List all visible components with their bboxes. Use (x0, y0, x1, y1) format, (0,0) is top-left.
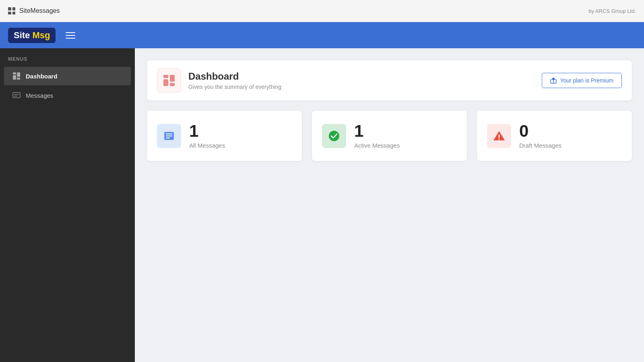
hamburger-line-2 (66, 35, 75, 36)
sidebar-dashboard-label: Dashboard (26, 73, 57, 80)
sidebar-section-label: MENUS (0, 56, 135, 66)
gift-icon (550, 77, 557, 84)
sidebar-item-dashboard[interactable]: Dashboard (4, 67, 131, 85)
page-header-icon-box (157, 68, 181, 93)
svg-point-17 (329, 131, 339, 141)
stat-card-draft-messages: 0 Draft Messages (477, 111, 632, 161)
svg-rect-10 (170, 83, 175, 86)
main-content: Dashboard Gives you the summary of every… (135, 48, 644, 362)
dashboard-icon (12, 72, 21, 80)
premium-button-label: Your plan is Premium (560, 77, 613, 84)
svg-rect-7 (163, 75, 168, 78)
page-header-text: Dashboard Gives you the summary of every… (188, 71, 281, 90)
logo: Site Msg (8, 28, 56, 43)
list-icon (163, 130, 175, 142)
svg-point-20 (499, 138, 500, 140)
top-bar: SiteMessages by ARCS Group Ltd. (0, 0, 644, 22)
all-messages-info: 1 All Messages (189, 123, 225, 149)
svg-rect-2 (17, 72, 20, 77)
hamburger-line-1 (66, 32, 75, 33)
page-header-left: Dashboard Gives you the summary of every… (157, 68, 281, 93)
all-messages-label: All Messages (189, 142, 225, 149)
stat-card-all-messages: 1 All Messages (147, 111, 302, 161)
svg-rect-8 (163, 79, 168, 86)
draft-messages-label: Draft Messages (519, 142, 561, 149)
warning-icon (493, 130, 506, 142)
active-messages-count: 1 (354, 123, 400, 140)
svg-rect-1 (13, 75, 16, 80)
hamburger-button[interactable] (64, 30, 77, 41)
check-circle-icon (328, 130, 341, 142)
hamburger-line-3 (66, 38, 75, 39)
active-messages-info: 1 Active Messages (354, 123, 400, 149)
logo-site: Site (14, 30, 30, 40)
page-title: Dashboard (188, 71, 281, 82)
sidebar: MENUS Dashboard (0, 48, 135, 362)
header-bar: Site Msg (0, 22, 644, 48)
byline: by ARCS Group Ltd. (588, 8, 636, 14)
messages-icon (12, 91, 21, 100)
dashboard-page-icon (162, 73, 176, 88)
draft-messages-info: 0 Draft Messages (519, 123, 561, 149)
app-grid-icon (8, 7, 15, 14)
all-messages-count: 1 (189, 123, 225, 140)
body-layout: MENUS Dashboard (0, 48, 644, 362)
draft-messages-count: 0 (519, 123, 561, 140)
active-messages-icon-box (322, 124, 346, 148)
svg-rect-4 (13, 93, 20, 98)
stat-card-active-messages: 1 Active Messages (312, 111, 467, 161)
draft-messages-icon-box (487, 124, 511, 148)
stats-grid: 1 All Messages 1 Active Messages (147, 111, 632, 161)
logo-text: Site Msg (14, 30, 50, 41)
svg-rect-3 (17, 78, 20, 80)
page-header: Dashboard Gives you the summary of every… (147, 60, 632, 101)
logo-msg: Msg (32, 30, 50, 40)
sidebar-messages-label: Messages (26, 92, 53, 99)
svg-rect-9 (170, 75, 175, 82)
all-messages-icon-box (157, 124, 181, 148)
sidebar-item-messages[interactable]: Messages (4, 86, 131, 105)
svg-rect-0 (13, 72, 16, 74)
premium-button[interactable]: Your plan is Premium (542, 73, 622, 88)
top-bar-left: SiteMessages (8, 7, 60, 14)
page-subtitle: Gives you the summary of everything (188, 84, 281, 90)
app-wrapper: Site Msg MENUS Da (0, 22, 644, 362)
app-title: SiteMessages (19, 7, 60, 14)
active-messages-label: Active Messages (354, 142, 400, 149)
